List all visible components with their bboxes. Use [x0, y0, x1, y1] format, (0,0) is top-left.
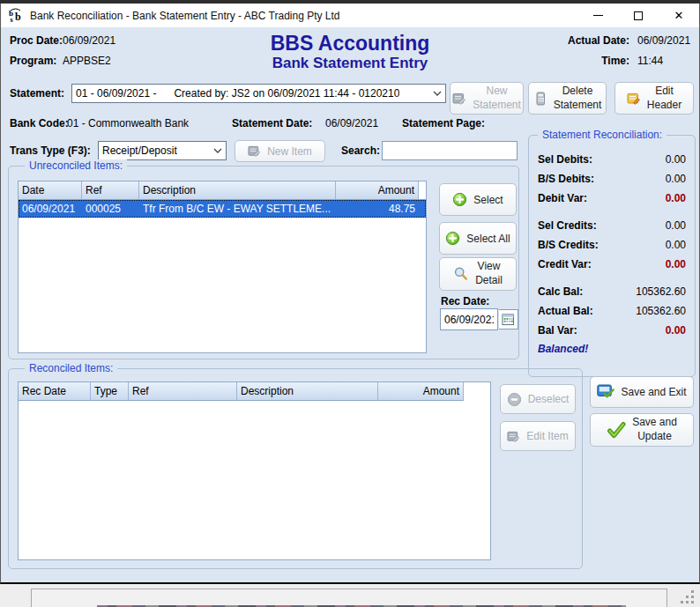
close-icon: ✕	[674, 10, 684, 21]
statement-date-label: Statement Date:	[232, 117, 312, 130]
select-button[interactable]: Select	[439, 183, 517, 216]
select-icon	[452, 192, 467, 207]
bs-debits-label: B/S Debits:	[538, 173, 594, 185]
sel-debits-label: Sel Debits:	[538, 153, 592, 166]
select-label: Select	[473, 194, 503, 206]
new-item-label: New Item	[267, 145, 312, 158]
table-row[interactable]: 06/09/2021 000025 Tfr From B/C EW - EWAY…	[19, 200, 426, 218]
unreconciled-group-label: Unreconciled Items:	[25, 159, 127, 172]
rec-date-input[interactable]	[440, 308, 498, 330]
bal-var-value: 0.00	[666, 324, 686, 337]
actual-bal-value: 105362.60	[636, 305, 686, 317]
recon-row-calc-bal: Calc Bal: 105362.60	[529, 282, 695, 301]
titlebar: b s b Bank Reconciliation - Bank Stateme…	[1, 4, 699, 27]
recon-row-credit-var: Credit Var: 0.00	[529, 255, 695, 274]
new-statement-button[interactable]: New Statement	[450, 82, 524, 115]
statement-combobox[interactable]: 01 - 06/09/2021 - Created by: JS2 on 06/…	[71, 84, 446, 103]
column-header-ref[interactable]: Ref	[82, 181, 139, 199]
debit-var-label: Debit Var:	[538, 192, 587, 204]
column-header-description[interactable]: Description	[139, 181, 336, 199]
column-header-type[interactable]: Type	[91, 382, 129, 401]
reconciled-list[interactable]: Rec Date Type Ref Description Amount	[18, 381, 491, 560]
reconciled-list-header: Rec Date Type Ref Description Amount	[19, 382, 490, 401]
recon-row-sel-credits: Sel Credits: 0.00	[529, 216, 695, 235]
column-header-description[interactable]: Description	[237, 382, 378, 401]
edit-item-button[interactable]: Edit Item	[500, 421, 576, 451]
window-controls: ✕	[577, 4, 699, 27]
new-item-button[interactable]: New Item	[235, 140, 325, 162]
column-header-amount[interactable]: Amount	[336, 181, 419, 199]
save-and-update-button[interactable]: Save and Update	[590, 413, 694, 447]
delete-statement-label-1: Delete	[562, 85, 593, 97]
cell-description: Tfr From B/C EW - EWAY SETTLEME...	[139, 203, 336, 215]
edit-header-button[interactable]: Edit Header	[614, 82, 694, 115]
search-input[interactable]	[382, 141, 518, 160]
bs-credits-value: 0.00	[666, 239, 686, 251]
sel-debits-value: 0.00	[666, 153, 686, 166]
time-value: 11:44	[637, 55, 663, 67]
reconciliation-group: Statement Reconciliation: Sel Debits: 0.…	[528, 135, 696, 377]
close-button[interactable]: ✕	[659, 4, 699, 27]
unreconciled-list-header: Date Ref Description Amount	[19, 181, 426, 200]
edit-header-icon	[627, 92, 641, 106]
edit-header-label-1: Edit	[655, 85, 674, 97]
bal-var-label: Bal Var:	[538, 324, 577, 337]
deselect-label: Deselect	[528, 393, 570, 405]
actual-bal-label: Actual Bal:	[538, 305, 593, 317]
recon-row-bal-var: Bal Var: 0.00	[529, 321, 695, 340]
select-all-label: Select All	[466, 233, 510, 245]
unreconciled-list[interactable]: Date Ref Description Amount 06/09/2021 0…	[18, 181, 427, 353]
edit-item-icon	[507, 430, 520, 443]
status-bar	[0, 584, 700, 607]
credit-var-label: Credit Var:	[538, 258, 592, 270]
save-and-exit-button[interactable]: Save and Exit	[590, 376, 694, 408]
statement-page-label: Statement Page:	[402, 117, 485, 130]
statement-date-value: 06/09/2021	[325, 117, 378, 130]
time-label: Time:	[601, 55, 629, 67]
reconciled-group-label: Reconciled Items:	[25, 362, 117, 374]
delete-statement-button[interactable]: Delete Statement	[528, 82, 607, 115]
cell-date: 06/09/2021	[19, 203, 82, 215]
recon-row-debit-var: Debit Var: 0.00	[529, 189, 695, 208]
unreconciled-group: Unreconciled Items: Date Ref Description…	[8, 166, 519, 359]
statement-combobox-value: 01 - 06/09/2021 - Created by: JS2 on 06/…	[76, 87, 399, 100]
deselect-button[interactable]: Deselect	[500, 384, 576, 414]
recon-row-bs-debits: B/S Debits: 0.00	[529, 169, 695, 189]
recon-row-actual-bal: Actual Bal: 105362.60	[529, 301, 695, 321]
edit-item-label: Edit Item	[526, 430, 568, 442]
column-header-date[interactable]: Date	[19, 181, 82, 199]
column-header-amount[interactable]: Amount	[378, 382, 464, 401]
rec-date-label: Rec Date:	[441, 295, 489, 307]
new-item-icon	[248, 144, 261, 158]
app-window: b s b Bank Reconciliation - Bank Stateme…	[0, 4, 700, 584]
status-panel	[31, 588, 667, 607]
rec-date-picker-button[interactable]	[499, 309, 518, 329]
minimize-button[interactable]	[577, 4, 618, 27]
client-area: Proc Date: 06/09/2021 Program: APPBSE2 B…	[1, 27, 699, 582]
statement-label: Statement:	[10, 87, 64, 100]
column-header-ref[interactable]: Ref	[129, 382, 237, 401]
status-badge: Balanced!	[529, 340, 695, 358]
trans-type-label: Trans Type (F3):	[10, 144, 91, 157]
select-all-button[interactable]: Select All	[439, 222, 517, 255]
trans-type-combobox[interactable]: Receipt/Deposit	[98, 141, 227, 160]
svg-text:s: s	[11, 16, 13, 24]
view-detail-button[interactable]: View Detail	[439, 257, 517, 291]
reconciliation-group-label: Statement Reconciliation:	[538, 129, 666, 141]
save-update-icon	[607, 421, 626, 439]
maximize-button[interactable]	[618, 4, 659, 27]
actual-date-label: Actual Date:	[568, 34, 629, 47]
new-statement-label-1: New	[486, 85, 507, 97]
calc-bal-label: Calc Bal:	[538, 285, 583, 298]
column-header-rec-date[interactable]: Rec Date	[19, 382, 91, 401]
recon-row-sel-debits: Sel Debits: 0.00	[529, 150, 695, 169]
deselect-icon	[507, 392, 522, 407]
cell-amount: 48.75	[336, 203, 419, 215]
app-icon: b s b	[8, 8, 24, 24]
svg-text:b: b	[15, 11, 21, 23]
resize-grip[interactable]	[681, 590, 695, 604]
trans-type-value: Receipt/Deposit	[102, 144, 177, 157]
app-subtitle: Bank Statement Entry	[1, 55, 699, 72]
save-and-exit-label: Save and Exit	[621, 386, 686, 398]
delete-statement-icon	[533, 92, 547, 106]
